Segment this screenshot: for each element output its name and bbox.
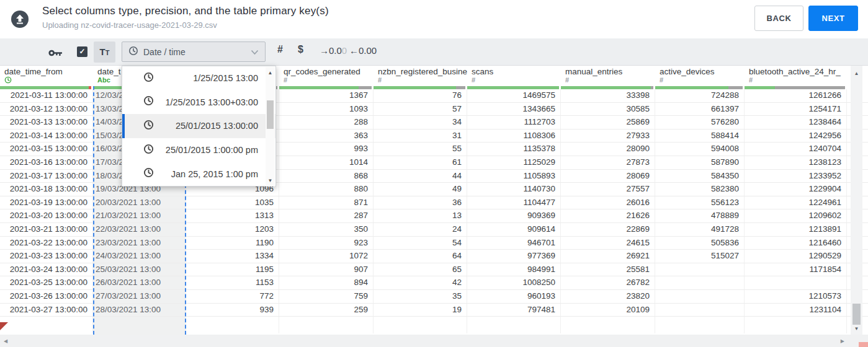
table-row: 2021-03-21 13:00:0022/03/2021 13:0012033… <box>0 223 868 237</box>
table-cell: 57 <box>374 103 467 116</box>
corner-marker <box>0 322 8 330</box>
increase-decimals-button[interactable]: →0.00 <box>320 45 347 56</box>
number-type-button[interactable]: # <box>277 44 283 55</box>
table-cell: 491728 <box>655 223 745 236</box>
table-cell: 61 <box>374 156 467 169</box>
table-row: 2021-03-26 13:00:0027/03/2021 13:0077275… <box>0 290 868 304</box>
column-name: date_time_from <box>4 67 93 76</box>
clock-icon <box>143 144 154 157</box>
currency-type-button[interactable]: $ <box>298 44 303 55</box>
datetime-format-select[interactable]: Date / time <box>122 42 266 62</box>
scroll-left-icon[interactable]: ◀ <box>4 338 7 344</box>
option-label: Jan 25, 2015 1:00 pm <box>154 169 258 179</box>
table-cell: 582380 <box>655 183 745 196</box>
table-row: 2021-03-19 13:00:0020/03/2021 13:0010358… <box>0 196 868 210</box>
empty-cell <box>0 317 93 333</box>
table-cell: 259 <box>279 304 374 317</box>
table-row: 2021-03-23 13:00:0024/03/2021 13:0013341… <box>0 250 868 263</box>
vertical-scrollbar[interactable]: ▲ ▼ <box>851 66 862 335</box>
table-cell: 22/03/2021 13:00 <box>93 223 186 236</box>
table-cell: 2021-03-18 13:00:00 <box>0 183 93 196</box>
column-header-nzbn_registered_busine[interactable]: nzbn_registered_busine# <box>374 66 467 86</box>
table-cell <box>655 276 745 289</box>
menu-scrollbar[interactable]: ▲ ▼ <box>266 67 275 187</box>
table-cell: 1014 <box>279 156 374 169</box>
scroll-down-icon[interactable]: ▼ <box>851 326 862 332</box>
table-cell: 28069 <box>561 170 655 183</box>
table-cell: 1105893 <box>467 170 561 183</box>
scroll-up-icon[interactable]: ▲ <box>851 71 862 76</box>
text-type-label-first: T <box>100 46 105 57</box>
table-cell: 2021-03-27 13:00:00 <box>0 304 93 317</box>
table-cell: 1072 <box>279 250 374 263</box>
table-cell: 33398 <box>561 89 655 102</box>
table-cell: 28/03/2021 13:00 <box>93 304 186 317</box>
table-cell: 28090 <box>561 143 655 156</box>
column-type-label: # <box>749 76 847 85</box>
table-cell: 946701 <box>467 237 561 250</box>
wizard-header: Select columns type, precision, and the … <box>0 0 868 38</box>
menu-scroll-down-icon[interactable]: ▼ <box>266 178 275 183</box>
empty-cell <box>655 317 745 333</box>
back-button[interactable]: BACK <box>754 6 803 31</box>
table-cell: 55 <box>374 143 467 156</box>
column-header-qr_codes_generated[interactable]: qr_codes_generated# <box>279 66 374 86</box>
table-cell: 1190 <box>186 237 279 250</box>
column-header-manual_entries[interactable]: manual_entries# <box>561 66 655 86</box>
table-cell: 724288 <box>655 89 745 102</box>
table-cell: 1213891 <box>745 223 847 236</box>
table-cell: 2021-03-21 13:00:00 <box>0 223 93 236</box>
datetime-format-option[interactable]: Jan 25, 2015 1:00 pm <box>122 162 275 186</box>
column-type-label: # <box>565 76 655 85</box>
menu-scrollbar-thumb[interactable] <box>267 100 274 129</box>
table-cell: 1108306 <box>467 130 561 143</box>
table-cell: 21/03/2021 13:00 <box>93 209 186 222</box>
table-cell: 1125029 <box>467 156 561 169</box>
boolean-type-checkbox[interactable]: ✓ <box>77 46 87 57</box>
table-cell <box>655 304 745 317</box>
table-cell: 25869 <box>561 116 655 129</box>
table-cell: 2021-03-22 13:00:00 <box>0 237 93 250</box>
table-cell: 30585 <box>561 103 655 116</box>
column-header-date_time_from[interactable]: date_time_from <box>0 66 93 86</box>
table-cell: 2021-03-13 13:00:00 <box>0 116 93 129</box>
table-cell <box>745 276 847 289</box>
primary-key-icon[interactable] <box>48 48 62 59</box>
table-cell: 1171854 <box>745 263 847 276</box>
empty-cell <box>374 317 467 333</box>
table-cell: 939 <box>186 304 279 317</box>
horizontal-scrollbar[interactable]: ◀ ▶ <box>0 335 868 347</box>
table-cell: 21626 <box>561 209 655 222</box>
table-cell: 1209602 <box>745 209 847 222</box>
table-cell: 2021-03-15 13:00:00 <box>0 143 93 156</box>
table-cell: 894 <box>279 276 374 289</box>
vertical-scrollbar-thumb[interactable] <box>852 304 861 325</box>
table-cell: 23/03/2021 13:00 <box>93 237 186 250</box>
datetime-type-icon <box>4 76 93 85</box>
menu-scroll-up-icon[interactable]: ▲ <box>266 70 275 76</box>
datetime-format-option[interactable]: 1/25/2015 13:00+03:00 <box>122 90 275 115</box>
table-cell: 661397 <box>655 103 745 116</box>
table-cell: 1334 <box>186 250 279 263</box>
column-name: nzbn_registered_busine <box>378 67 467 76</box>
table-cell: 993 <box>279 143 374 156</box>
corner-notification <box>859 342 868 347</box>
decrease-decimals-button[interactable]: ←0.00 <box>349 45 377 56</box>
table-cell: 556123 <box>655 196 745 209</box>
column-header-bluetooth_active_24_hr_[interactable]: bluetooth_active_24_hr_# <box>745 66 847 86</box>
table-cell: 44 <box>374 170 467 183</box>
table-cell: 1229904 <box>745 183 847 196</box>
table-cell: 2021-03-11 13:00:00 <box>0 89 93 102</box>
table-cell: 1254171 <box>745 103 847 116</box>
datetime-format-option[interactable]: 25/01/2015 1:00:00 pm <box>122 138 275 162</box>
column-header-scans[interactable]: scans# <box>467 66 561 86</box>
datetime-format-option-selected[interactable]: 25/01/2015 13:00:00 <box>122 114 275 138</box>
table-cell: 1238464 <box>745 116 847 129</box>
column-header-active_devices[interactable]: active_devices# <box>655 66 745 86</box>
scroll-right-icon[interactable]: ▶ <box>841 338 844 344</box>
datetime-format-option[interactable]: 1/25/2015 13:00 <box>122 66 275 90</box>
column-name: bluetooth_active_24_hr_ <box>749 67 847 76</box>
table-cell: 977369 <box>467 250 561 263</box>
text-type-button[interactable]: TT <box>94 42 115 63</box>
next-button[interactable]: NEXT <box>808 6 858 31</box>
